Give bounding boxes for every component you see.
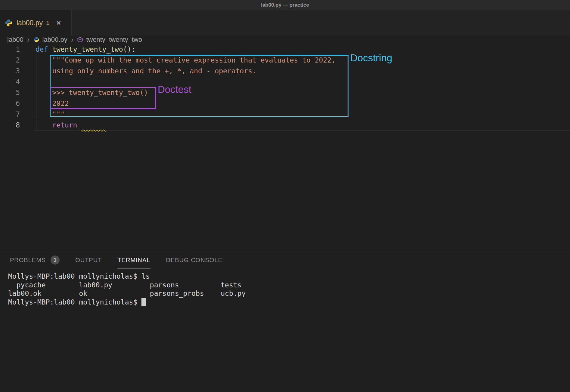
breadcrumb-item-symbol[interactable]: twenty_twenty_two <box>86 36 142 44</box>
terminal-line: Mollys-MBP:lab00 mollynicholas$ <box>8 298 570 307</box>
terminal-cursor <box>141 298 146 306</box>
symbol-cube-icon <box>77 37 83 43</box>
titlebar: lab00.py — practice <box>0 0 570 10</box>
line-number: 7 <box>0 109 20 120</box>
code-text: return ______ <box>36 120 106 130</box>
tab-modified-count: 1 <box>46 19 50 26</box>
code-text: def twenty_twenty_two(): <box>36 44 135 55</box>
python-icon <box>5 19 13 27</box>
window-title: lab00.py — practice <box>261 2 309 8</box>
code-line-6: 6 2022 <box>0 98 570 109</box>
breadcrumb: lab00 › lab00.py › twenty_twenty_two <box>0 35 570 44</box>
panel-tab-label: PROBLEMS <box>10 257 46 264</box>
panel-tab-terminal[interactable]: TERMINAL <box>117 252 150 268</box>
code-line-3: 3 using only numbers and the +, *, and -… <box>0 66 570 76</box>
line-number: 5 <box>0 87 20 98</box>
line-number: 1 <box>0 44 20 55</box>
close-icon[interactable]: ✕ <box>56 20 61 26</box>
chevron-right-icon: › <box>70 36 74 44</box>
problems-count-badge: 1 <box>51 256 60 265</box>
code-line-1: 1 def twenty_twenty_two(): <box>0 44 570 55</box>
code-text: """Come up with the most creative expres… <box>36 55 336 66</box>
chevron-right-icon: › <box>26 36 30 44</box>
line-number: 3 <box>0 66 20 76</box>
tab-lab00py[interactable]: lab00.py 1 ✕ <box>0 10 72 35</box>
tab-bar: lab00.py 1 ✕ <box>0 10 570 35</box>
terminal-line: lab00.ok ok parsons_probs ucb.py <box>8 289 570 298</box>
code-line-4: 4 <box>0 76 570 87</box>
line-number: 4 <box>0 76 20 87</box>
panel-tab-debug-console[interactable]: DEBUG CONSOLE <box>166 252 222 268</box>
warning-squiggle-blank: ______ <box>81 121 106 129</box>
code-line-5: 5 >>> twenty_twenty_two() <box>0 87 570 98</box>
breadcrumb-item-folder[interactable]: lab00 <box>7 36 23 44</box>
line-number: 8 <box>0 120 20 130</box>
bottom-panel: PROBLEMS 1 OUTPUT TERMINAL DEBUG CONSOLE… <box>0 252 570 392</box>
python-icon <box>33 37 39 43</box>
terminal-line: Mollys-MBP:lab00 mollynicholas$ ls <box>8 272 570 281</box>
line-number: 6 <box>0 98 20 109</box>
breadcrumb-item-file[interactable]: lab00.py <box>42 36 67 44</box>
terminal-output[interactable]: Mollys-MBP:lab00 mollynicholas$ ls __pyc… <box>0 268 570 306</box>
panel-tab-output[interactable]: OUTPUT <box>75 252 102 268</box>
code-line-7: 7 """ <box>0 109 570 120</box>
code-text: >>> twenty_twenty_two() <box>36 87 148 98</box>
line-number: 2 <box>0 55 20 66</box>
code-text: using only numbers and the +, *, and - o… <box>36 66 256 76</box>
terminal-prompt: Mollys-MBP:lab00 mollynicholas$ <box>8 298 141 306</box>
code-line-8: 8 return ______ <box>0 120 570 130</box>
code-text: """ <box>36 109 65 120</box>
panel-tab-bar: PROBLEMS 1 OUTPUT TERMINAL DEBUG CONSOLE <box>0 252 570 268</box>
panel-tab-label: TERMINAL <box>117 257 150 264</box>
code-editor[interactable]: 1 def twenty_twenty_two(): 2 """Come up … <box>0 44 570 252</box>
code-line-2: 2 """Come up with the most creative expr… <box>0 55 570 66</box>
terminal-line: __pycache__ lab00.py parsons tests <box>8 281 570 289</box>
code-text: 2022 <box>36 98 69 109</box>
panel-tab-label: DEBUG CONSOLE <box>166 257 222 264</box>
tab-filename: lab00.py <box>17 19 43 27</box>
panel-tab-problems[interactable]: PROBLEMS 1 <box>10 252 60 268</box>
panel-tab-label: OUTPUT <box>75 257 102 264</box>
